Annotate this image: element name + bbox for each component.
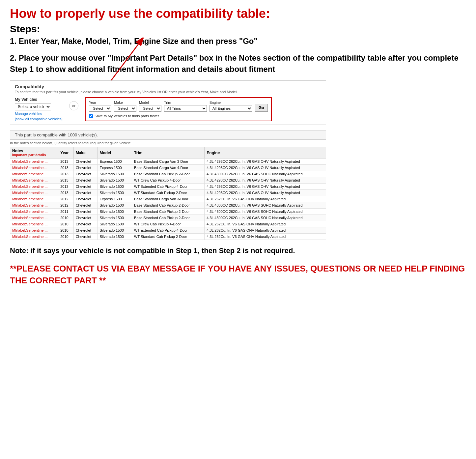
notes-cell: Mfrlabel:Serpentine ... <box>10 171 58 177</box>
model-cell: Silverado 1500 <box>98 184 132 190</box>
my-vehicles-section: My Vehicles Select a vehicle Manage vehi… <box>15 97 63 121</box>
notes-cell: Mfrlabel:Serpentine ... <box>10 184 58 190</box>
table-row: Mfrlabel:Serpentine ...2010ChevroletSilv… <box>10 234 326 240</box>
year-label: Year <box>89 100 111 104</box>
model-cell: Silverado 1500 <box>98 202 132 209</box>
compatibility-table: Notes Important part details Year Make M… <box>10 147 326 240</box>
table-row: Mfrlabel:Serpentine ...2013ChevroletSilv… <box>10 171 326 177</box>
go-button[interactable]: Go <box>255 104 268 112</box>
col-make: Make <box>73 147 98 158</box>
make-select[interactable]: -Select- <box>114 105 136 112</box>
important-part-details-label: Important part details <box>12 153 56 157</box>
notes-cell: Mfrlabel:Serpentine ... <box>10 177 58 184</box>
notes-cell: Mfrlabel:Serpentine ... <box>10 227 58 234</box>
year-cell: 2010 <box>58 227 73 234</box>
year-cell: 2010 <box>58 215 73 221</box>
engine-cell: 4.3L 4293CC 262Cu. In. V6 GAS OHV Natura… <box>205 177 326 184</box>
engine-cell: 4.3L 4300CC 262Cu. In. V6 GAS SOHC Natur… <box>205 215 326 221</box>
col-model: Model <box>98 147 132 158</box>
my-vehicles-label: My Vehicles <box>15 97 63 102</box>
trim-select[interactable]: All Trims <box>164 105 207 112</box>
table-row: Mfrlabel:Serpentine ...2010ChevroletSilv… <box>10 215 326 221</box>
or-circle: or <box>69 101 78 110</box>
engine-cell: 4.3L 262Cu. In. V6 GAS OHV Naturally Asp… <box>205 227 326 234</box>
compatibility-box: Compatibility To confirm that this part … <box>10 80 326 125</box>
compat-info-bar: This part is compatible with 1000 vehicl… <box>10 130 326 140</box>
notes-cell: Mfrlabel:Serpentine ... <box>10 221 58 227</box>
notes-label: Notes <box>12 149 56 153</box>
trim-cell: WT Standard Cab Pickup 2-Door <box>132 190 205 196</box>
col-engine: Engine <box>205 147 326 158</box>
make-cell: Chevrolet <box>73 227 98 234</box>
year-cell: 2010 <box>58 234 73 240</box>
year-select[interactable]: -Select- <box>89 105 111 112</box>
model-field-group: Model -Select- <box>139 100 161 112</box>
notes-cell: Mfrlabel:Serpentine ... <box>10 234 58 240</box>
save-checkbox[interactable] <box>89 114 93 118</box>
diagram-wrapper: Compatibility To confirm that this part … <box>10 80 326 240</box>
model-cell: Silverado 1500 <box>98 227 132 234</box>
make-cell: Chevrolet <box>73 184 98 190</box>
engine-cell: 4.3L 4300CC 262Cu. In. V6 GAS SOHC Natur… <box>205 171 326 177</box>
note-section: Note: if it says your vehicle is not com… <box>10 246 466 256</box>
notes-cell: Mfrlabel:Serpentine ... <box>10 215 58 221</box>
trim-cell: Base Standard Cab Pickup 2-Door <box>132 209 205 215</box>
make-cell: Chevrolet <box>73 209 98 215</box>
trim-cell: WT Crew Cab Pickup 4-Door <box>132 177 205 184</box>
trim-field-group: Trim All Trims <box>164 100 207 112</box>
table-row: Mfrlabel:Serpentine ...2011ChevroletSilv… <box>10 209 326 215</box>
manage-vehicles-link[interactable]: Manage vehicles <box>15 112 63 116</box>
make-cell: Chevrolet <box>73 196 98 202</box>
col-trim: Trim <box>132 147 205 158</box>
make-cell: Chevrolet <box>73 165 98 171</box>
trim-cell: WT Extended Cab Pickup 4-Door <box>132 184 205 190</box>
engine-select[interactable]: All Engines <box>210 105 252 112</box>
make-cell: Chevrolet <box>73 158 98 165</box>
model-cell: Express 1500 <box>98 196 132 202</box>
year-cell: 2010 <box>58 221 73 227</box>
model-cell: Express 1500 <box>98 165 132 171</box>
save-checkbox-label: Save to My Vehicles to finds parts faste… <box>95 114 159 118</box>
table-row: Mfrlabel:Serpentine ...2012ChevroletExpr… <box>10 196 326 202</box>
col-year: Year <box>58 147 73 158</box>
step-1-text: 1. Enter Year, Make, Model, Trim, Engine… <box>10 37 466 46</box>
compat-note: In the notes section below, Quantity ref… <box>10 141 326 145</box>
year-make-row: Year -Select- Make -Select- Model <box>89 100 268 112</box>
select-vehicle-row: Select a vehicle <box>15 103 63 110</box>
show-all-link[interactable]: [show all compatible vehicles] <box>15 117 63 121</box>
model-cell: Silverado 1500 <box>98 215 132 221</box>
compat-title: Compatibility <box>15 84 321 89</box>
save-checkbox-row: Save to My Vehicles to finds parts faste… <box>89 114 268 118</box>
year-make-form: Year -Select- Make -Select- Model <box>85 97 272 121</box>
steps-label: Steps: <box>10 23 466 35</box>
col-notes: Notes Important part details <box>10 147 58 158</box>
step-2-text: 2. Place your mouse over "Important Part… <box>10 52 466 74</box>
select-vehicle-dropdown[interactable]: Select a vehicle <box>15 103 51 110</box>
model-cell: Silverado 1500 <box>98 171 132 177</box>
engine-cell: 4.3L 4293CC 262Cu. In. V6 GAS OHV Natura… <box>205 158 326 165</box>
contact-section: **PLEASE CONTACT US VIA EBAY MESSAGE IF … <box>10 263 466 287</box>
model-cell: Silverado 1500 <box>98 190 132 196</box>
year-cell: 2013 <box>58 184 73 190</box>
trim-cell: Base Standard Cargo Van 3-Door <box>132 158 205 165</box>
notes-cell: Mfrlabel:Serpentine ... <box>10 196 58 202</box>
table-row: Mfrlabel:Serpentine ...2010ChevroletSilv… <box>10 227 326 234</box>
model-cell: Silverado 1500 <box>98 221 132 227</box>
trim-cell: WT Extended Cab Pickup 4-Door <box>132 227 205 234</box>
trim-cell: WT Crew Cab Pickup 4-Door <box>132 221 205 227</box>
notes-cell: Mfrlabel:Serpentine ... <box>10 158 58 165</box>
engine-cell: 4.3L 4300CC 262Cu. In. V6 GAS SOHC Natur… <box>205 209 326 215</box>
year-cell: 2012 <box>58 202 73 209</box>
year-cell: 2013 <box>58 171 73 177</box>
engine-cell: 4.3L 262Cu. In. V6 GAS OHV Naturally Asp… <box>205 196 326 202</box>
table-row: Mfrlabel:Serpentine ...2010ChevroletSilv… <box>10 221 326 227</box>
year-cell: 2013 <box>58 190 73 196</box>
table-body: Mfrlabel:Serpentine ...2013ChevroletExpr… <box>10 158 326 240</box>
model-cell: Silverado 1500 <box>98 177 132 184</box>
model-select[interactable]: -Select- <box>139 105 161 112</box>
compat-form-area: My Vehicles Select a vehicle Manage vehi… <box>15 97 321 121</box>
year-field-group: Year -Select- <box>89 100 111 112</box>
notes-th-container: Notes Important part details <box>12 149 56 157</box>
trim-cell: Base Standard Cab Pickup 2-Door <box>132 171 205 177</box>
engine-cell: 4.3L 262Cu. In. V6 GAS OHV Naturally Asp… <box>205 234 326 240</box>
